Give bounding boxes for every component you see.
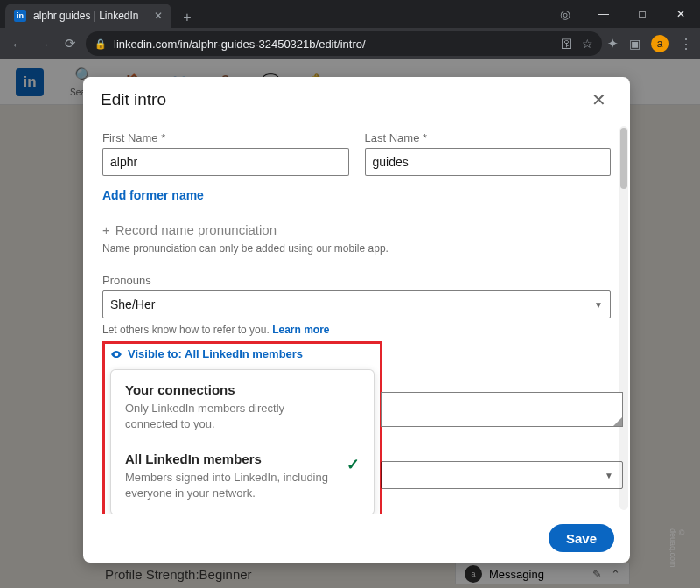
extensions-icon[interactable]: ✦: [607, 36, 619, 52]
modal-body: First Name * Last Name * Add former name…: [83, 122, 630, 514]
plus-icon: +: [102, 222, 110, 237]
close-window-button[interactable]: ✕: [662, 0, 700, 28]
back-button[interactable]: ←: [7, 33, 28, 54]
url-text: linkedin.com/in/alphr-guides-32450321b/e…: [114, 38, 366, 51]
first-name-label: First Name *: [102, 131, 349, 144]
first-name-input[interactable]: [102, 148, 349, 176]
browser-tab[interactable]: in alphr guides | LinkedIn ✕: [5, 4, 172, 28]
visibility-option-connections[interactable]: Your connections Only LinkedIn members d…: [111, 374, 374, 442]
star-icon[interactable]: ☆: [582, 37, 593, 51]
lock-icon: 🔒: [94, 38, 107, 50]
pronouns-label: Pronouns: [102, 274, 611, 287]
check-icon: ✓: [346, 455, 360, 474]
eye-icon: [110, 348, 122, 360]
record-pronunciation: + Record name pronunciation: [102, 222, 611, 237]
key-icon[interactable]: ⚿: [561, 37, 573, 51]
tab-title: alphr guides | LinkedIn: [33, 10, 139, 22]
pronunciation-helper: Name pronunciation can only be added usi…: [102, 242, 611, 255]
watermark: © deuaq.com: [674, 528, 686, 564]
chevron-down-icon: ▼: [605, 471, 613, 480]
reload-button[interactable]: ⟳: [60, 33, 80, 54]
modal-title: Edit intro: [101, 90, 166, 109]
linkedin-favicon: in: [14, 10, 26, 22]
forward-button[interactable]: →: [33, 33, 54, 54]
close-icon[interactable]: ✕: [584, 86, 612, 114]
visible-to-toggle[interactable]: Visible to: All LinkedIn members: [110, 347, 374, 360]
add-former-name-link[interactable]: Add former name: [102, 188, 204, 202]
modal-header: Edit intro ✕: [83, 77, 630, 122]
browser-address-bar: ← → ⟳ 🔒 linkedin.com/in/alphr-guides-324…: [0, 28, 700, 60]
scrollbar-thumb[interactable]: [620, 128, 627, 189]
scrollbar[interactable]: [620, 126, 628, 510]
browser-titlebar: in alphr guides | LinkedIn ✕ + ◎ — □ ✕: [0, 0, 700, 28]
window-controls: ◎ — □ ✕: [546, 0, 700, 28]
close-tab-icon[interactable]: ✕: [154, 10, 163, 22]
visibility-highlight: Visible to: All LinkedIn members Your co…: [102, 341, 382, 514]
pronouns-helper: Let others know how to refer to you. Lea…: [102, 324, 611, 336]
edit-intro-modal: Edit intro ✕ First Name * Last Name * Ad…: [83, 77, 630, 563]
position-select[interactable]: ▼: [381, 461, 623, 489]
visibility-popover: Your connections Only LinkedIn members d…: [110, 369, 374, 514]
headline-textarea[interactable]: [381, 392, 623, 427]
new-tab-button[interactable]: +: [177, 7, 198, 28]
cast-icon[interactable]: ▣: [629, 37, 640, 51]
chevron-down-icon: ▼: [594, 300, 603, 310]
pronouns-value: She/Her: [110, 298, 155, 312]
last-name-label: Last Name *: [365, 131, 612, 144]
last-name-input[interactable]: [365, 148, 612, 176]
save-button[interactable]: Save: [549, 524, 614, 552]
visibility-option-all[interactable]: All LinkedIn members Members signed into…: [111, 442, 374, 511]
pronouns-select[interactable]: She/Her ▼: [102, 290, 611, 318]
minimize-button[interactable]: —: [584, 0, 623, 28]
url-box[interactable]: 🔒 linkedin.com/in/alphr-guides-32450321b…: [86, 32, 602, 56]
modal-footer: Save: [83, 514, 630, 563]
maximize-button[interactable]: □: [623, 0, 662, 28]
browser-menu-icon[interactable]: ⋮: [679, 36, 693, 52]
incognito-icon: ◎: [546, 0, 584, 28]
profile-avatar[interactable]: a: [651, 35, 668, 52]
learn-more-link[interactable]: Learn more: [272, 324, 329, 336]
resize-handle-icon[interactable]: [613, 417, 622, 426]
